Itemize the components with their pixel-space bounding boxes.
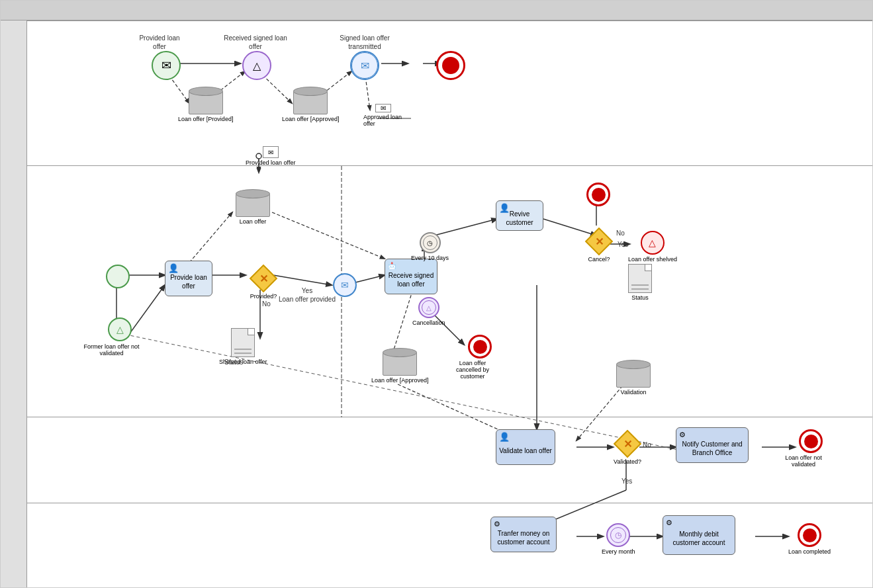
loan-offer-shelved-label: Loan offer shelved [628,256,677,263]
receive-signed-task[interactable]: 📩 Receive signed loan offer [385,259,437,294]
lane-labels-column [1,21,27,587]
every-month-label: Every month [602,548,635,555]
provided-loan-offer-msg: ✉ Provided loan offer [246,146,295,166]
no-provided-label: No [262,300,271,308]
receive-signed-label: Receive signed loan offer [388,271,434,288]
loan-offer-approved-customer-store: Loan offer [Approved] [282,87,339,122]
no-validated-label: No [643,441,651,449]
every-10-days-label: Every 10 days [411,255,449,261]
former-loan-offer-label: Former loan offer not validated [82,343,142,357]
yes-cancel-label: Yes [618,240,628,249]
former-loan-offer-event: △ Former loan offer not validated [103,317,136,357]
cancellation-event: △ Cancellation [412,297,445,326]
yes-validated-label: Yes [621,477,632,485]
validated-gateway: ✕ Validated? [613,429,642,465]
validation-label: Validation [621,389,647,396]
loan-offer-cancelled-label: Loan offer cancelled by customer [446,360,499,380]
every-10-days-event: ◷ Every 10 days [411,232,449,261]
notify-customer-task[interactable]: ⚙ Notify Customer and Branch Office [676,427,749,463]
validated-gateway-label: Validated? [614,458,641,465]
header-bar [1,1,872,21]
diagram-container: Customer Branch office Branch office man… [0,0,873,588]
monthly-debit-task[interactable]: ⚙ Monthly debit customer account [663,515,735,555]
loan-offer-provided-store: Loan offer [Provided] [178,87,233,122]
cancel-gateway-label: Cancel? [588,256,610,263]
loan-not-validated-end: Loan offer not validated [792,429,830,468]
provide-loan-offer-label: Provide loan offer [168,273,209,290]
loan-offer-approved-customer-label: Loan offer [Approved] [282,116,339,122]
validation-store: Validation [616,360,651,396]
lane-it: IT [1,503,872,588]
status-label-1: Status [224,358,243,366]
provided-gateway: ✕ Provided? [249,264,278,300]
loan-offer-approved-bank-store: Loan offer [Approved] [371,348,428,384]
loan-offer-provided-msg-event: ✉ [332,272,358,298]
loan-offer-approved-bank-label: Loan offer [Approved] [371,377,428,384]
loan-offer-branch-label: Loan offer [240,218,266,225]
every-month-event: ◷ Every month [602,523,635,555]
loan-offer-provided-label: Loan offer [Provided] [178,116,233,122]
customer-end-event [434,49,467,82]
validate-loan-offer-label: Validate loan offer [499,446,552,455]
notify-customer-label: Notify Customer and Branch Office [679,440,745,457]
provided-loan-offer-label: Provided loan offer [133,34,186,51]
approved-loan-offer-msg: ✉ Approved loan offer [363,105,403,125]
loan-offer-cancelled-event: Loan offer cancelled by customer [461,335,499,380]
provided-loan-offer-event: ✉ [150,49,183,82]
status-label-2: Status [631,294,649,301]
loan-completed-end: Loan completed [788,523,831,555]
approved-loan-offer-label: Approved loan offer [363,114,403,127]
loan-offer-shelved-event: △ Loan offer shelved [628,231,677,263]
revive-customer-task[interactable]: 👤 Revive customer [496,200,543,231]
lane-customer: Customer [1,21,872,166]
branch-start-event [103,262,132,291]
yes-loan-offer-provided-label: YesLoan offer provided [279,286,336,304]
received-signed-label: Received signed loan offer [222,34,289,51]
monthly-debit-label: Monthly debit customer account [666,530,732,547]
no-cancel-label: No [616,229,625,237]
cancel-no-end-event [586,183,610,206]
signed-transmitted-event: ✉ [348,49,381,82]
transfer-money-task[interactable]: ⚙ Tranfer money on customer account [490,517,557,552]
cancellation-label: Cancellation [412,319,445,326]
provided-loan-offer-msg-label: Provided loan offer [246,159,295,166]
provided-gateway-label: Provided? [250,293,277,300]
validate-loan-offer-task[interactable]: 👤 Validate loan offer [496,429,555,465]
cancel-gateway: ✕ Cancel? [584,227,614,263]
status-doc-2: Status [628,264,652,301]
signed-transmitted-label: Signed loan offer transmitted [332,34,398,51]
transfer-money-label: Tranfer money on customer account [494,529,553,546]
loan-completed-label: Loan completed [788,548,831,555]
loan-offer-not-validated-label: Loan offer not validated [777,454,830,468]
loan-offer-branch-store: Loan offer [236,189,270,225]
received-signed-event: △ [240,49,273,82]
provide-loan-offer-task[interactable]: 👤 Provide loan offer [165,261,212,296]
